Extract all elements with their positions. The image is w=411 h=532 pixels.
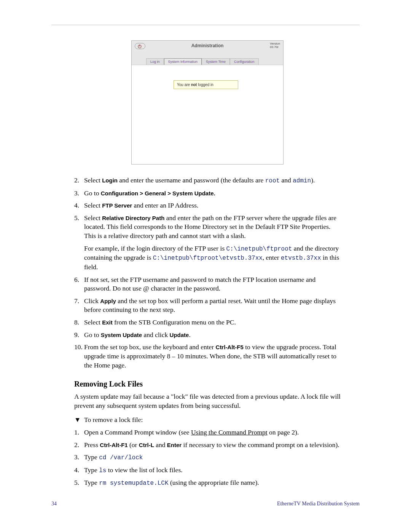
step-body: Click Apply and the set top box will per… — [84, 297, 341, 315]
admin-tabs: Log in System Information System Time Co… — [135, 58, 280, 65]
admin-header: Administration Version 03.70r Log in Sys… — [132, 41, 283, 65]
section-heading-removing-lock-files: Removing Lock Files — [74, 380, 341, 388]
step-number: 9. — [74, 331, 84, 340]
step-body: From the set top box, use the keyboard a… — [84, 343, 341, 370]
step-item: 2.Press Ctrl-Alt-F1 (or Ctrl-L and Enter… — [74, 441, 341, 450]
step-item: 2.Select Login and enter the username an… — [74, 176, 341, 185]
step-number: 1. — [74, 428, 84, 437]
step-body: Select Exit from the STB Configuration m… — [84, 318, 341, 327]
step-body: Select Relative Directory Path and enter… — [84, 214, 341, 272]
step-body: Type rm systemupdate.LCK (using the appr… — [84, 478, 341, 488]
step-number: 4. — [74, 466, 84, 475]
step-number: 6. — [74, 275, 84, 293]
version-label: Version — [270, 42, 280, 45]
step-body: Go to System Update and click Update. — [84, 331, 341, 340]
step-number: 10. — [74, 343, 84, 370]
admin-body: You are not logged in — [132, 65, 283, 164]
login-msg-bold: not — [191, 83, 197, 87]
tab-system-information[interactable]: System Information — [164, 58, 202, 65]
step-body: Go to Configuration > General > System U… — [84, 189, 341, 198]
step-item: 5.Type rm systemupdate.LCK (using the ap… — [74, 478, 341, 488]
step-body: If not set, set the FTP username and pas… — [84, 275, 341, 293]
admin-title: Administration — [132, 43, 283, 48]
step-number: 8. — [74, 318, 84, 327]
step-item: 4.Type ls to view the list of lock files… — [74, 466, 341, 475]
step-item: 10.From the set top box, use the keyboar… — [74, 343, 341, 370]
step-number: 4. — [74, 201, 84, 210]
step-number: 2. — [74, 176, 84, 185]
step-item: 9.Go to System Update and click Update. — [74, 331, 341, 340]
step-item: 3.Type cd /var/lock — [74, 453, 341, 462]
login-msg-pre: You are — [177, 83, 191, 87]
admin-panel-figure: Administration Version 03.70r Log in Sys… — [131, 40, 284, 165]
step-number: 3. — [74, 453, 84, 462]
step-item: 5.Select Relative Directory Path and ent… — [74, 214, 341, 272]
tab-login[interactable]: Log in — [146, 58, 164, 65]
step-body: Press Ctrl-Alt-F1 (or Ctrl-L and Enter i… — [84, 441, 341, 450]
version-value: 03.70r — [270, 45, 279, 49]
step-item: 8.Select Exit from the STB Configuration… — [74, 318, 341, 327]
step-item: 6.If not set, set the FTP username and p… — [74, 275, 341, 293]
step-number: 3. — [74, 189, 84, 198]
lead-text: To remove a lock file: — [84, 415, 143, 425]
login-status-box: You are not logged in — [174, 80, 238, 89]
login-msg-post: logged in — [197, 83, 213, 87]
page-footer: 34 EtherneTV Media Distribution System — [51, 501, 360, 507]
triangle-icon: ▼ — [74, 415, 84, 425]
tab-system-time[interactable]: System Time — [202, 58, 230, 65]
tab-configuration[interactable]: Configuration — [230, 58, 259, 65]
steps-list-a: 2.Select Login and enter the username an… — [74, 176, 341, 370]
step-body: Select FTP Server and enter an IP Addres… — [84, 201, 341, 210]
section2-intro: A system update may fail because a "lock… — [74, 392, 341, 410]
step-body: Select Login and enter the username and … — [84, 176, 341, 185]
step-body: Type cd /var/lock — [84, 453, 341, 462]
step-number: 7. — [74, 297, 84, 315]
top-rule — [51, 25, 360, 25]
step-item: 4.Select FTP Server and enter an IP Addr… — [74, 201, 341, 210]
step-item: 3.Go to Configuration > General > System… — [74, 189, 341, 198]
step-item: 1.Open a Command Prompt window (see Usin… — [74, 428, 341, 437]
step-item: 7.Click Apply and the set top box will p… — [74, 297, 341, 315]
step-body: Open a Command Prompt window (see Using … — [84, 428, 341, 437]
step-number: 5. — [74, 478, 84, 488]
footer-title: EtherneTV Media Distribution System — [277, 501, 360, 507]
lead-item: ▼ To remove a lock file: — [74, 415, 341, 425]
step-body-extra: For example, if the login directory of t… — [84, 244, 341, 272]
step-body: Type ls to view the list of lock files. — [84, 466, 341, 475]
admin-version: Version 03.70r — [270, 42, 280, 49]
step-number: 5. — [74, 214, 84, 272]
step-number: 2. — [74, 441, 84, 450]
steps-list-b: 1.Open a Command Prompt window (see Usin… — [74, 428, 341, 488]
page-number: 34 — [51, 501, 57, 507]
